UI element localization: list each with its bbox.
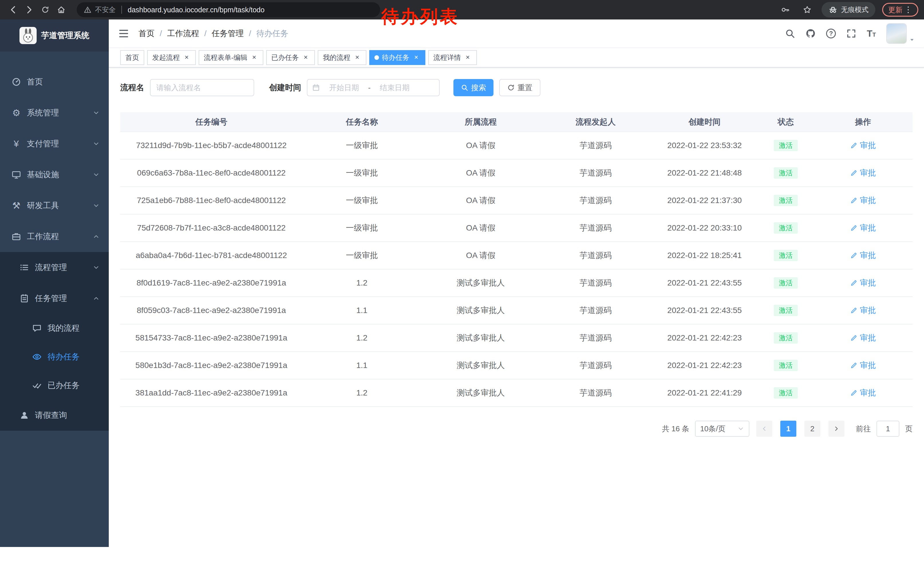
user-menu[interactable] — [886, 23, 915, 44]
tools-icon: ⚒ — [12, 201, 21, 210]
end-date-input[interactable] — [372, 83, 418, 92]
created-cell: 2022-01-21 22:41:29 — [651, 379, 758, 407]
close-tab-icon[interactable]: × — [412, 54, 420, 62]
created-cell: 2022-01-21 22:42:23 — [651, 324, 758, 352]
process-cell: OA 请假 — [422, 159, 540, 187]
approve-button[interactable]: 审批 — [850, 305, 876, 316]
warning-icon — [84, 6, 92, 14]
approve-button[interactable]: 审批 — [850, 250, 876, 261]
sidebar-item-done-tasks[interactable]: 已办任务 — [0, 371, 109, 400]
fullscreen-icon[interactable] — [846, 29, 856, 39]
browser-forward-button[interactable] — [22, 2, 37, 17]
sidebar-item-todo-tasks[interactable]: 待办任务 — [0, 342, 109, 371]
action-cell: 审批 — [813, 324, 912, 352]
page-size-select[interactable]: 10条/页 — [695, 421, 749, 437]
close-tab-icon[interactable]: × — [464, 54, 472, 62]
sidebar-item-process-management[interactable]: 流程管理 — [0, 252, 109, 283]
next-page-button[interactable] — [828, 421, 844, 437]
close-tab-icon[interactable]: × — [183, 54, 190, 62]
close-tab-icon[interactable]: × — [302, 54, 310, 62]
sidebar-item-dev-tools[interactable]: ⚒ 研发工具 — [0, 190, 109, 221]
goto-page-input[interactable] — [876, 421, 899, 437]
approve-button[interactable]: 审批 — [850, 387, 876, 398]
start-date-input[interactable] — [321, 83, 367, 92]
search-button[interactable]: 搜索 — [453, 79, 494, 96]
tab[interactable]: 待办任务 × — [369, 50, 425, 65]
created-cell: 2022-01-22 21:48:48 — [651, 159, 758, 187]
app-logo[interactable]: 芋道管理系统 — [0, 20, 109, 51]
help-icon[interactable]: ? — [826, 29, 836, 38]
sidebar-item-workflow[interactable]: 工作流程 — [0, 221, 109, 252]
approve-button[interactable]: 审批 — [850, 195, 876, 206]
bookmark-star-button[interactable] — [800, 2, 814, 17]
task-name-cell: 一级审批 — [303, 132, 422, 159]
approve-button[interactable]: 审批 — [850, 360, 876, 371]
approve-button[interactable]: 审批 — [850, 222, 876, 233]
sidebar-item-leave-query[interactable]: 请假查询 — [0, 400, 109, 431]
approve-button[interactable]: 审批 — [850, 332, 876, 343]
menu-label: 任务管理 — [35, 293, 67, 304]
back-icon — [9, 5, 18, 14]
starter-cell: 芋道源码 — [540, 187, 651, 214]
edit-icon — [850, 362, 858, 369]
starter-cell: 芋道源码 — [540, 242, 651, 269]
search-icon[interactable] — [785, 29, 795, 39]
sidebar-item-my-processes[interactable]: 我的流程 — [0, 314, 109, 342]
close-tab-icon[interactable]: × — [250, 54, 258, 62]
browser-home-button[interactable] — [54, 2, 69, 17]
process-name-input[interactable] — [150, 79, 254, 96]
starter-cell: 芋道源码 — [540, 159, 651, 187]
url-text: dashboard.yudao.iocoder.cn/bpm/task/todo — [128, 6, 264, 14]
tab[interactable]: 发起流程 × — [147, 50, 196, 65]
status-badge: 激活 — [774, 360, 798, 371]
calendar-icon — [312, 84, 320, 92]
sidebar-toggle-button[interactable] — [118, 28, 129, 39]
breadcrumb-item-home[interactable]: 首页 — [138, 28, 154, 39]
status-badge: 激活 — [774, 305, 798, 316]
page-button-2[interactable]: 2 — [804, 421, 820, 437]
chevron-left-icon — [761, 425, 768, 432]
reset-button[interactable]: 重置 — [499, 79, 540, 96]
tab[interactable]: 流程详情 × — [428, 50, 477, 65]
approve-button[interactable]: 审批 — [850, 168, 876, 179]
page-button-1[interactable]: 1 — [780, 421, 796, 437]
task-id-cell: 75d72608-7b7f-11ec-a3c8-acde48001122 — [120, 214, 303, 242]
password-key-button[interactable] — [778, 2, 793, 17]
status-cell: 激活 — [758, 242, 813, 269]
sidebar-item-infrastructure[interactable]: 基础设施 — [0, 159, 109, 190]
starter-cell: 芋道源码 — [540, 214, 651, 242]
sidebar-item-task-management[interactable]: 任务管理 — [0, 283, 109, 314]
address-bar[interactable]: 不安全 dashboard.yudao.iocoder.cn/bpm/task/… — [77, 2, 380, 17]
browser-back-button[interactable] — [6, 2, 21, 17]
active-dot — [374, 55, 379, 60]
approve-button[interactable]: 审批 — [850, 140, 876, 151]
chevron-down-icon — [93, 202, 100, 209]
breadcrumb-item-task-management[interactable]: 任务管理 — [212, 28, 244, 39]
hamburger-icon — [118, 28, 129, 39]
sidebar-item-home[interactable]: 首页 — [0, 66, 109, 98]
tab[interactable]: 流程表单-编辑 × — [199, 50, 263, 65]
breadcrumb-item-workflow[interactable]: 工作流程 — [167, 28, 199, 39]
chat-icon — [32, 323, 42, 333]
action-cell: 审批 — [813, 214, 912, 242]
browser-reload-button[interactable] — [38, 2, 52, 17]
github-icon[interactable] — [806, 29, 816, 39]
update-button[interactable]: 更新 ⋮ — [882, 3, 918, 17]
approve-button[interactable]: 审批 — [850, 278, 876, 288]
tab[interactable]: 首页 — [120, 50, 144, 65]
status-badge: 激活 — [774, 167, 798, 179]
date-range-picker[interactable]: - — [307, 79, 440, 96]
breadcrumb-separator: / — [249, 29, 251, 38]
sidebar-item-system-management[interactable]: ⚙ 系统管理 — [0, 98, 109, 128]
chevron-right-icon — [833, 425, 840, 432]
tab[interactable]: 已办任务 × — [266, 50, 315, 65]
close-tab-icon[interactable]: × — [353, 54, 361, 62]
menu-dots-icon[interactable]: ⋮ — [904, 6, 912, 14]
font-size-icon[interactable]: TT — [867, 29, 876, 38]
page-unit-label: 页 — [905, 424, 912, 434]
tab[interactable]: 我的流程 × — [318, 50, 366, 65]
prev-page-button[interactable] — [756, 421, 772, 437]
process-cell: 测试多审批人 — [422, 352, 540, 379]
sidebar-item-payment-management[interactable]: ¥ 支付管理 — [0, 128, 109, 159]
tab-label: 首页 — [125, 53, 139, 62]
